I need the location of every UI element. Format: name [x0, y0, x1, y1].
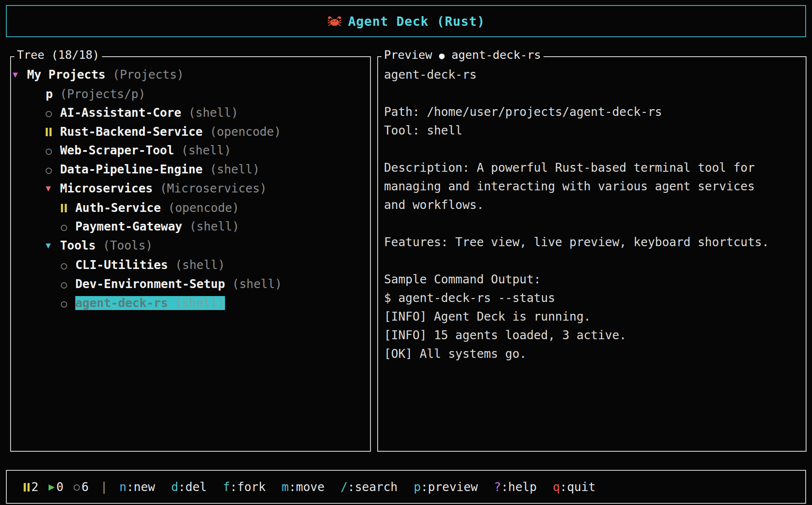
pause-icon — [24, 483, 30, 491]
idle-circle-icon: ○ — [46, 107, 52, 119]
status-counter-value: 2 — [31, 480, 38, 494]
shortcut-help[interactable]: ?:help — [494, 480, 537, 494]
tree-item-text: Microservices (Microservices) — [60, 181, 267, 195]
tree-item-cli-utilities[interactable]: ○CLI-Utilities (shell) — [11, 256, 370, 275]
shortcut-search[interactable]: /:search — [340, 480, 398, 494]
tree-item-meta: (shell) — [181, 106, 239, 120]
tree-panel: Tree (18/18) ▼My Projects (Projects)p (P… — [10, 56, 371, 452]
tree-item-text: Rust-Backend-Service (opencode) — [60, 125, 281, 139]
tree-item-meta: (shell) — [225, 277, 282, 291]
shortcut-quit[interactable]: q:quit — [553, 480, 595, 494]
tree-item-name: Payment-Gateway — [75, 220, 182, 233]
idle-circle-icon: ○ — [61, 260, 67, 272]
shortcut-move[interactable]: m:move — [282, 480, 324, 494]
tree-item-ai-assistant-core[interactable]: ○AI-Assistant-Core (shell) — [11, 104, 370, 123]
tree-item-meta: (shell) — [203, 162, 260, 176]
preview-line — [384, 84, 799, 103]
preview-line — [384, 140, 799, 159]
preview-line: agent-deck-rs — [384, 66, 799, 84]
preview-line: and workflows. — [384, 196, 799, 214]
shortcut-key: f — [223, 480, 230, 494]
tree-item-text: Tools (Tools) — [60, 239, 153, 252]
main-area: Tree (18/18) ▼My Projects (Projects)p (P… — [10, 56, 807, 452]
tree-item-meta: (Projects) — [105, 68, 184, 82]
pause-icon — [46, 128, 52, 136]
preview-line: [INFO] 15 agents loaded, 3 active. — [384, 326, 799, 345]
tree-item-dev-environment-setup[interactable]: ○Dev-Environment-Setup (shell) — [11, 275, 370, 294]
tree-item-icon-cell: ▼ — [13, 66, 27, 85]
shortcut-new[interactable]: n:new — [119, 480, 155, 494]
idle-circle-icon: ○ — [74, 481, 80, 493]
tree-item-web-scraper-tool[interactable]: ○Web-Scraper-Tool (shell) — [11, 141, 370, 160]
idle-circle-icon: ○ — [61, 298, 67, 310]
shortcut-label: :del — [178, 480, 207, 494]
tree-item-meta: (opencode) — [161, 201, 239, 215]
tree-item-icon-cell: ▼ — [46, 236, 60, 256]
tree-item-auth-service[interactable]: Auth-Service (opencode) — [11, 199, 370, 217]
preview-body: agent-deck-rs Path: /home/user/projects/… — [378, 57, 806, 363]
tree-item-name: Web-Scraper-Tool — [60, 143, 174, 157]
shortcut-preview[interactable]: p:preview — [414, 480, 478, 494]
play-icon: ▶ — [49, 481, 55, 493]
tree-item-tools[interactable]: ▼Tools (Tools) — [11, 236, 370, 256]
tree-panel-title: Tree (18/18) — [14, 48, 102, 61]
shortcut-key: d — [171, 480, 178, 494]
status-counter-value: 6 — [82, 480, 89, 494]
tree-item-meta: (Projects/p) — [53, 87, 145, 101]
tree-item-icon-cell: ○ — [46, 141, 60, 160]
tree-item-rust-backend-service[interactable]: Rust-Backend-Service (opencode) — [11, 123, 370, 141]
idle-circle-icon: ○ — [46, 145, 52, 157]
tree-item-meta: (shell) — [174, 143, 231, 157]
idle-circle-icon: ○ — [46, 164, 52, 176]
preview-panel-title: Preview ● agent-deck-rs — [381, 48, 543, 61]
tree-item-meta: (opencode) — [203, 125, 281, 139]
tree-item-microservices[interactable]: ▼Microservices (Microservices) — [11, 179, 370, 199]
status-separator: | — [100, 480, 107, 494]
active-dot-icon: ● — [439, 50, 444, 61]
tree-item-text: Dev-Environment-Setup (shell) — [75, 277, 282, 291]
shortcut-key: q — [553, 480, 560, 494]
tree-item-my-projects[interactable]: ▼My Projects (Projects) — [11, 66, 370, 85]
tree-item-name: Rust-Backend-Service — [60, 125, 203, 139]
tree-item-text: Data-Pipeline-Engine (shell) — [60, 162, 260, 176]
shortcut-label: :preview — [421, 480, 478, 494]
tree-item-text: Auth-Service (opencode) — [75, 201, 239, 215]
tree-item-icon-cell: ○ — [46, 160, 60, 179]
shortcut-fork[interactable]: f:fork — [223, 480, 266, 494]
tree-item-payment-gateway[interactable]: ○Payment-Gateway (shell) — [11, 217, 370, 236]
status-counters: 2▶0○6 — [24, 480, 88, 494]
preview-line — [384, 252, 799, 270]
tree-item-name: Auth-Service — [75, 201, 161, 215]
preview-line: Path: /home/user/projects/agent-deck-rs — [384, 103, 799, 121]
idle-circle-icon: ○ — [61, 221, 67, 233]
preview-title-name: agent-deck-rs — [452, 48, 541, 61]
tree-item-text: My Projects (Projects) — [27, 68, 184, 82]
tree-item-text: Payment-Gateway (shell) — [75, 220, 239, 233]
tree-item-data-pipeline-engine[interactable]: ○Data-Pipeline-Engine (shell) — [11, 160, 370, 179]
preview-line: Tool: shell — [384, 121, 799, 140]
crab-icon — [327, 15, 342, 27]
shortcut-del[interactable]: d:del — [171, 480, 207, 494]
collapse-triangle-icon: ▼ — [13, 65, 18, 84]
tree-item-name: p — [46, 87, 53, 101]
tree-item-meta: (Tools) — [96, 239, 153, 252]
title-bar: Agent Deck (Rust) — [6, 5, 806, 37]
tree-item-icon-cell: ○ — [61, 217, 75, 236]
shortcut-key: n — [119, 480, 126, 494]
tree-item-meta: (shell) — [168, 258, 225, 272]
shortcut-key: m — [282, 480, 289, 494]
tree-item-icon-cell — [46, 123, 60, 141]
collapse-triangle-icon: ▼ — [46, 236, 51, 255]
status-counter-circle: ○6 — [74, 480, 88, 494]
shortcut-label: :search — [348, 480, 398, 494]
tree-item-name: CLI-Utilities — [75, 258, 168, 272]
idle-circle-icon: ○ — [61, 279, 67, 291]
tree-item-p[interactable]: p (Projects/p) — [11, 85, 370, 104]
tree-item-icon-cell: ○ — [61, 256, 75, 275]
tree-item-meta: (shell) — [168, 296, 225, 310]
preview-line: [INFO] Agent Deck is running. — [384, 307, 799, 326]
tree-item-text: p (Projects/p) — [46, 87, 145, 101]
tree-item-agent-deck-rs[interactable]: ○agent-deck-rs (shell) — [11, 294, 370, 313]
preview-line: [OK] All systems go. — [384, 345, 799, 363]
tree-item-text: CLI-Utilities (shell) — [75, 258, 225, 272]
